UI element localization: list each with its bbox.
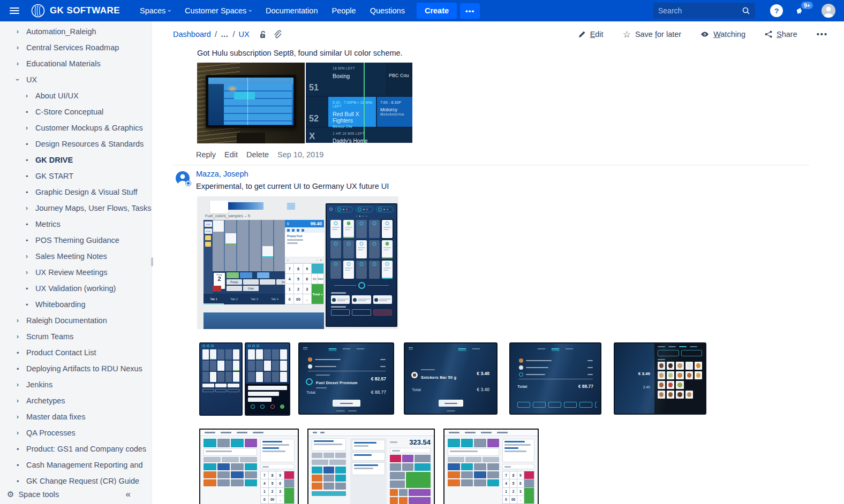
chevron-right-icon[interactable]: ›	[17, 28, 26, 35]
sidebar-item-metrics[interactable]: •Metrics	[0, 216, 152, 232]
hulu-tv-photo-attachment[interactable]	[197, 63, 305, 143]
guide-cursor-line	[364, 63, 365, 143]
paperclip-icon[interactable]	[273, 30, 281, 39]
nav-item-spaces[interactable]: Spaces›	[140, 6, 171, 15]
nav-item-questions[interactable]: Questions	[370, 6, 405, 15]
pos-concepts-attachment[interactable]: Fuel_colors_sample1 – 5 5/16 17:05 Pump …	[197, 196, 398, 329]
chevron-right-icon[interactable]: ›	[17, 397, 26, 404]
chevron-right-icon[interactable]: ›	[26, 92, 35, 100]
sidebar-item-cash-management-reporting-and[interactable]: •Cash Management Reporting and	[0, 457, 152, 473]
delete-comment-link[interactable]: Delete	[246, 150, 269, 159]
sidebar-item-label: Educational Materials	[26, 59, 101, 68]
share-button[interactable]: Share	[765, 30, 797, 39]
sidebar-item-product-gs1-and-company-codes[interactable]: •Product: GS1 and Company codes	[0, 441, 152, 457]
comment-actions: Reply Edit Delete Sep 10, 2019	[196, 150, 323, 159]
sidebar-item-ux[interactable]: ›UX	[0, 72, 152, 88]
sidebar-item-jenkins[interactable]: ›Jenkins	[0, 377, 152, 393]
thumb-fuel-checkout[interactable]: Fuel Diesel Premium € 82.57 Total € 88.7…	[298, 342, 394, 415]
nav-item-documentation[interactable]: Documentation	[266, 6, 318, 15]
sidebar-item-pos-theming-guidance[interactable]: •POS Theming Guidance	[0, 232, 152, 248]
chevron-down-icon[interactable]: ›	[17, 76, 26, 83]
user-avatar[interactable]	[822, 4, 835, 18]
sidebar-item-whiteboarding[interactable]: •Whiteboarding	[0, 296, 152, 312]
app-logo[interactable]: GK SOFTWARE	[31, 4, 120, 18]
sidebar-item-deploying-artifacts-to-rdu-nexus[interactable]: •Deploying Artifacts to RDU Nexus	[0, 361, 152, 377]
space-tools-button[interactable]: ⚙ Space tools «	[0, 485, 152, 504]
sidebar-resize-handle[interactable]	[151, 257, 153, 266]
primary-nav: Spaces› Customer Spaces› Documentation P…	[133, 6, 412, 15]
search-input[interactable]	[658, 6, 742, 15]
sidebar-item-design-resources-standards[interactable]: •Design Resources & Standards	[0, 136, 152, 152]
sidebar-item-master-data-fixes[interactable]: ›Master data fixes	[0, 409, 152, 425]
sidebar-item-gk-drive[interactable]: •GK DRIVE	[0, 152, 152, 168]
hulu-guide-closeup-attachment[interactable]: 51 18 MIN LEFT Boxing PBC Cou 52 5:30 - …	[306, 63, 412, 143]
breadcrumb-dashboard[interactable]: Dashboard	[173, 30, 211, 39]
thumb-pump-grid-2[interactable]	[245, 342, 290, 416]
reply-link[interactable]: Reply	[196, 150, 216, 159]
nav-item-customer-spaces[interactable]: Customer Spaces›	[185, 6, 252, 15]
sidebar-item-raleigh-documentation[interactable]: ›Raleigh Documentation	[0, 312, 152, 329]
chevron-right-icon[interactable]: ›	[17, 60, 26, 67]
help-button[interactable]: ?	[770, 4, 783, 17]
sidebar-item-scrum-teams[interactable]: ›Scrum Teams	[0, 329, 152, 345]
sidebar-item-sales-meeting-notes[interactable]: ›Sales Meeting Notes	[0, 248, 152, 264]
sidebar-item-ux-review-meetings[interactable]: ›UX Review Meetings	[0, 264, 152, 280]
sidebar-item-graphic-design-visual-stuff[interactable]: •Graphic Design & Visual Stuff	[0, 184, 152, 200]
bullet-icon: •	[17, 349, 26, 357]
chevron-right-icon[interactable]: ›	[17, 381, 26, 388]
chevron-right-icon[interactable]: ›	[26, 269, 35, 276]
chevron-right-icon[interactable]: ›	[17, 317, 26, 324]
chevron-right-icon[interactable]: ›	[17, 429, 26, 437]
sidebar-item-customer-mockups-graphics[interactable]: ›Customer Mockups & Graphics	[0, 120, 152, 136]
thumb-product-catalog[interactable]: € 3.40 3.40	[614, 342, 706, 415]
nav-item-people[interactable]: People	[331, 6, 356, 15]
chevron-right-icon[interactable]: ›	[26, 204, 35, 212]
thumb-payment-selection[interactable]: Total € 88.77	[509, 342, 601, 415]
edit-comment-link[interactable]: Edit	[224, 150, 238, 159]
nav-more-button[interactable]: •••	[460, 3, 480, 19]
unlock-icon[interactable]	[258, 30, 267, 39]
thumb-snickers-checkout[interactable]: Snickers Bar 50 g € 3.40 Total € 3.40	[404, 342, 498, 415]
commenter-name-link[interactable]: Mazza, Joseph	[196, 170, 248, 178]
chevron-right-icon[interactable]: ›	[17, 44, 26, 51]
sidebar-item-gk-start[interactable]: •GK START	[0, 168, 152, 184]
sidebar-item-gk-change-request-cr-guide[interactable]: •GK Change Request (CR) Guide	[0, 473, 152, 485]
create-button[interactable]: Create	[417, 3, 457, 19]
sidebar-item-journey-maps-user-flows-tasks[interactable]: ›Journey Maps, User Flows, Tasks	[0, 200, 152, 216]
bullet-icon: •	[26, 108, 35, 116]
sidebar-item-qa-processes[interactable]: ›QA Processes	[0, 425, 152, 441]
notifications-button[interactable]: 9+	[796, 6, 805, 16]
edit-button[interactable]: Edit	[578, 30, 604, 39]
sidebar-item-ux-validation-working[interactable]: •UX Validation (working)	[0, 280, 152, 296]
sidebar-item-archetypes[interactable]: ›Archetypes	[0, 393, 152, 409]
search-icon[interactable]	[742, 6, 750, 15]
commenter-avatar[interactable]	[176, 171, 190, 185]
breadcrumb-current-ux[interactable]: UX	[239, 30, 250, 39]
sidebar-item-central-services-roadmap[interactable]: ›Central Services Roadmap	[0, 40, 152, 56]
page-more-actions-button[interactable]: •••	[817, 30, 828, 39]
chevron-right-icon[interactable]: ›	[26, 124, 35, 132]
chevron-right-icon[interactable]: ›	[26, 253, 35, 260]
sidebar-item-automation-raleigh[interactable]: ›Automation_Raleigh	[0, 24, 152, 40]
comment-date: Sep 10, 2019	[277, 150, 323, 159]
tv-frame	[206, 75, 296, 128]
swatch-card	[210, 201, 228, 213]
thumb-classic-pos-2[interactable]: 323.54	[307, 429, 435, 504]
sidebar-item-product-contact-list[interactable]: •Product Contact List	[0, 345, 152, 361]
collapse-sidebar-icon[interactable]: «	[126, 489, 131, 500]
sidebar-item-educational-materials[interactable]: ›Educational Materials	[0, 56, 152, 72]
thumb-classic-pos-3[interactable]: 789 456 123 000.	[443, 429, 539, 504]
comment-hulu-attachments: 51 18 MIN LEFT Boxing PBC Cou 52 5:30 - …	[197, 63, 412, 143]
search-box[interactable]	[653, 3, 755, 19]
sidebar-item-c-store-conceptual[interactable]: •C-Store Conceptual	[0, 104, 152, 120]
thumb-pump-grid-1[interactable]	[199, 342, 243, 416]
chevron-right-icon[interactable]: ›	[17, 413, 26, 421]
chevron-down-icon: ›	[247, 10, 254, 12]
breadcrumb-ellipsis[interactable]: …	[221, 30, 229, 39]
save-for-later-button[interactable]: ☆ Save for later	[623, 30, 682, 39]
sidebar-item-about-ui-ux[interactable]: ›About UI/UX	[0, 88, 152, 104]
thumb-classic-pos-1[interactable]: 789 456 123 000.	[199, 429, 299, 504]
chevron-right-icon[interactable]: ›	[17, 333, 26, 340]
watching-button[interactable]: Watching	[700, 30, 745, 39]
hamburger-menu-icon[interactable]	[10, 7, 19, 14]
